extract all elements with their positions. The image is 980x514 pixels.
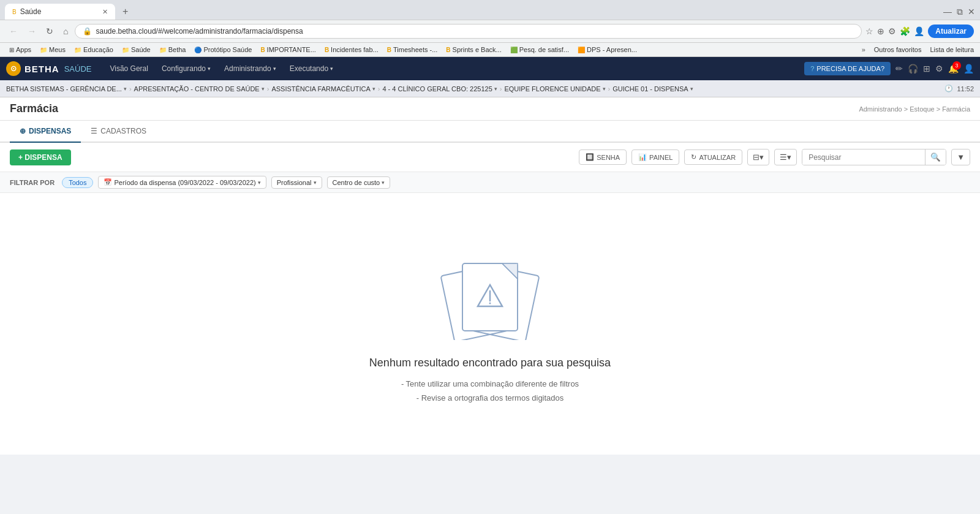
context-equipe-label: EQUIPE FLORENCE UNIDADE [504,85,600,93]
pesq-icon: 🟩 [510,47,518,53]
context-gerencia[interactable]: BETHA SISTEMAS - GERÊNCIA DE... ▾ [6,85,127,93]
nav-administrando[interactable]: Administrando ▾ [218,59,282,78]
ext-icon-1[interactable]: ⊕ [877,26,884,36]
edit-icon[interactable]: ✏ [895,64,903,74]
apps-grid-icon: ⊞ [9,47,14,53]
bookmark-betha-label: Betha [168,46,186,53]
user-avatar[interactable]: 👤 [963,64,974,74]
tabs-bar: ⊕ DISPENSAS ☰ CADASTROS [0,121,980,143]
filter-by-label: FILTRAR POR [10,179,55,186]
close-tab-btn[interactable]: ✕ [102,8,108,16]
reload-btn[interactable]: ↻ [43,25,56,37]
breadcrumb: Administrando > Estoque > Farmácia [859,105,970,113]
home-btn[interactable]: ⌂ [60,25,71,37]
bookmark-educacao-label: Educação [83,46,113,53]
painel-button[interactable]: 📊 PAINEL [631,149,679,165]
bookmark-prototipo[interactable]: 🔵 Protótipo Saúde [191,45,255,55]
app-header: ⊙ BETHA SAÚDE Visão Geral Configurando ▾… [0,57,980,80]
window-controls: — ⧉ ✕ [943,7,975,17]
bookmark-saude[interactable]: 📁 Saúde [119,45,154,55]
bookmark-importante-label: IMPORTANTE... [267,46,316,53]
outros-favoritos-link[interactable]: Outros favoritos [874,46,922,53]
settings-icon[interactable]: ⚙ [935,64,943,74]
more-bookmarks-btn[interactable]: » [862,46,865,53]
minimize-icon[interactable]: — [943,7,952,17]
list-view-btn[interactable]: ☰▾ [774,149,797,165]
headphone-icon[interactable]: 🎧 [908,64,918,74]
bookmark-pesq[interactable]: 🟩 Pesq. de satisf... [507,45,572,55]
bookmark-apps[interactable]: ⊞ Apps [6,45,34,55]
bookmark-apps-label: Apps [16,46,31,53]
bookmark-dps[interactable]: 🟧 DPS - Apresen... [575,45,640,55]
filter-options-btn[interactable]: ▼ [951,149,970,165]
bookmark-sprints[interactable]: B Sprints e Back... [443,45,504,55]
folder-educacao-icon: 📁 [74,47,81,53]
dispensas-tab-icon: ⊕ [20,127,26,135]
tab-cadastros[interactable]: ☰ CADASTROS [81,121,156,143]
context-sep-1: › [129,85,132,93]
bookmark-importante[interactable]: B IMPORTANTE... [257,45,319,55]
url-input[interactable] [96,27,854,36]
context-centro-arrow: ▾ [262,86,265,92]
update-button[interactable]: Atualizar [928,25,974,38]
tab-cadastros-label: CADASTROS [100,127,146,135]
search-btn[interactable]: 🔍 [925,149,946,165]
profissional-dropdown-arrow: ▾ [314,180,317,186]
nav-executando[interactable]: Executando ▾ [284,59,339,78]
logo-letter: ⊙ [10,64,17,73]
bookmark-star-icon[interactable]: ☆ [865,26,873,36]
filter-todos-tag[interactable]: Todos [62,177,93,188]
new-tab-btn[interactable]: + [118,4,133,20]
filter-centro-custo-label: Centro de custo [333,179,380,186]
help-button[interactable]: ? PRECISA DE AJUDA? [804,62,891,75]
incidentes-icon: B [325,47,329,53]
bookmark-timesheets[interactable]: B Timesheets -... [384,45,441,55]
filter-icon: ▼ [957,153,965,162]
bookmark-meus[interactable]: 📁 Meus [37,45,69,55]
context-centro-saude-label: APRESENTAÇÃO - CENTRO DE SAÚDE [134,85,260,93]
ext-icon-3[interactable]: 🧩 [900,26,910,36]
forward-btn[interactable]: → [24,25,39,37]
bookmark-educacao[interactable]: 📁 Educação [71,45,116,55]
add-dispensa-button[interactable]: + DISPENSA [10,149,71,165]
nav-configurando[interactable]: Configurando ▾ [156,59,217,78]
bookmarks-bar: ⊞ Apps 📁 Meus 📁 Educação 📁 Saúde 📁 Betha… [0,43,980,57]
bookmark-prototipo-label: Protótipo Saúde [203,46,252,53]
filter-profissional-dropdown[interactable]: Profissional ▾ [271,176,322,189]
view-toggle-btn[interactable]: ⊟▾ [747,149,769,165]
search-input[interactable] [802,150,925,165]
bookmark-timesheets-label: Timesheets -... [393,46,437,53]
nav-visao-geral[interactable]: Visão Geral [104,59,154,78]
active-tab[interactable]: B Saúde ✕ [5,4,115,20]
back-btn[interactable]: ← [6,25,21,37]
context-equipe[interactable]: EQUIPE FLORENCE UNIDADE ▾ [504,85,605,93]
sprints-icon: B [446,47,450,53]
context-guiche[interactable]: GUICHE 01 - DISPENSA ▾ [612,85,693,93]
atualizar-button[interactable]: ↻ ATUALIZAR [684,149,742,165]
lista-leitura-link[interactable]: Lista de leitura [930,46,974,53]
notification-badge[interactable]: 🔔 3 [948,64,959,74]
timesheets-icon: B [387,47,391,53]
empty-documents-svg [435,242,545,340]
profile-icon[interactable]: 👤 [914,26,924,36]
bookmark-betha[interactable]: 📁 Betha [156,45,189,55]
grid-icon[interactable]: ⊞ [923,64,930,74]
restore-icon[interactable]: ⧉ [957,7,963,17]
context-assistencia[interactable]: ASSISTÊNCIA FARMACÊUTICA ▾ [271,85,375,93]
lock-icon: 🔒 [83,27,92,36]
empty-hint-1: - Tente utilizar uma combinação diferent… [401,377,579,391]
bookmark-incidentes[interactable]: B Incidentes fab... [322,45,382,55]
centro-custo-dropdown-arrow: ▾ [382,180,385,186]
context-assistencia-label: ASSISTÊNCIA FARMACÊUTICA [271,85,370,93]
filter-centro-custo-dropdown[interactable]: Centro de custo ▾ [327,176,391,189]
close-icon[interactable]: ✕ [968,7,975,17]
tab-dispensas[interactable]: ⊕ DISPENSAS [10,121,81,143]
context-clinico[interactable]: 4 - 4 CLÍNICO GERAL CBO: 225125 ▾ [382,85,497,93]
empty-state: Nenhum resultado encontrado para sua pes… [0,193,980,455]
ext-icon-2[interactable]: ⚙ [888,26,896,36]
empty-hint-2: - Revise a ortografia dos termos digitad… [401,391,579,405]
context-centro-saude[interactable]: APRESENTAÇÃO - CENTRO DE SAÚDE ▾ [134,85,265,93]
senha-button[interactable]: 🔲 SENHA [579,149,627,165]
period-dropdown-arrow: ▾ [258,180,261,186]
filter-period-dropdown[interactable]: 📅 Período da dispensa (09/03/2022 - 09/0… [98,176,266,189]
